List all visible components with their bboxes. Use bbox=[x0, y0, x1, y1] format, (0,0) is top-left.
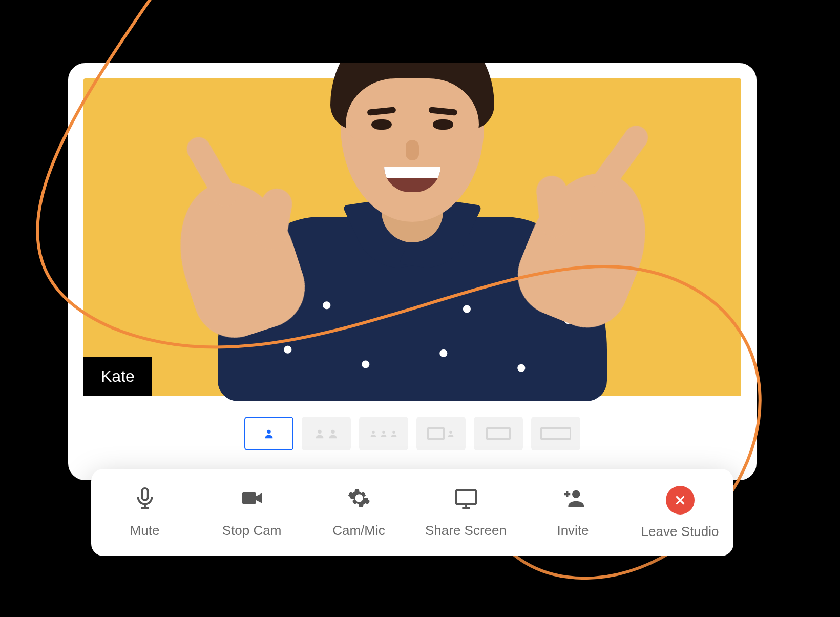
svg-rect-9 bbox=[456, 490, 475, 504]
monitor-icon bbox=[454, 486, 478, 513]
studio-toolbar: Mute Stop Cam Cam/Mic Share Screen bbox=[91, 469, 733, 556]
participant-name-tag: Kate bbox=[83, 357, 152, 396]
invite-label: Invite bbox=[557, 523, 589, 539]
cam-mic-label: Cam/Mic bbox=[332, 523, 385, 539]
stop-cam-button[interactable]: Stop Cam bbox=[198, 469, 305, 556]
screen-icon bbox=[540, 427, 571, 440]
stop-cam-label: Stop Cam bbox=[222, 523, 282, 539]
layout-option-three[interactable] bbox=[359, 417, 408, 450]
person-icon bbox=[390, 429, 398, 438]
share-screen-button[interactable]: Share Screen bbox=[412, 469, 519, 556]
svg-rect-8 bbox=[242, 492, 256, 504]
person-icon bbox=[369, 429, 377, 438]
gear-icon bbox=[347, 486, 371, 513]
svg-point-6 bbox=[449, 431, 452, 434]
screen-icon bbox=[486, 427, 511, 440]
svg-point-3 bbox=[372, 431, 374, 434]
svg-point-2 bbox=[331, 430, 334, 434]
svg-point-1 bbox=[318, 430, 321, 434]
svg-rect-7 bbox=[142, 488, 148, 500]
svg-point-0 bbox=[267, 430, 270, 434]
svg-point-5 bbox=[392, 431, 395, 434]
invite-button[interactable]: Invite bbox=[519, 469, 626, 556]
studio-window: Kate bbox=[67, 61, 758, 482]
participant-avatar bbox=[202, 61, 622, 396]
person-icon bbox=[314, 428, 325, 439]
video-feed: Kate bbox=[83, 78, 741, 396]
layout-option-two[interactable] bbox=[302, 417, 351, 450]
video-camera-icon bbox=[240, 486, 264, 513]
mute-label: Mute bbox=[130, 523, 160, 539]
person-icon bbox=[380, 429, 388, 438]
layout-option-screen-pip[interactable] bbox=[474, 417, 523, 450]
layout-option-solo[interactable] bbox=[244, 417, 293, 450]
close-icon bbox=[666, 486, 695, 515]
add-person-icon bbox=[561, 486, 585, 513]
person-icon bbox=[263, 428, 275, 439]
svg-point-10 bbox=[572, 490, 580, 498]
share-screen-label: Share Screen bbox=[425, 523, 507, 539]
person-icon bbox=[327, 428, 339, 439]
microphone-icon bbox=[133, 486, 157, 513]
mute-button[interactable]: Mute bbox=[91, 469, 198, 556]
leave-label: Leave Studio bbox=[641, 524, 719, 540]
leave-studio-button[interactable]: Leave Studio bbox=[626, 469, 733, 556]
layout-option-screen-only[interactable] bbox=[531, 417, 580, 450]
person-icon bbox=[447, 429, 455, 438]
screen-icon bbox=[427, 427, 445, 440]
svg-point-4 bbox=[382, 431, 385, 434]
layout-picker bbox=[68, 417, 757, 450]
layout-option-screen-person[interactable] bbox=[416, 417, 466, 450]
cam-mic-settings-button[interactable]: Cam/Mic bbox=[305, 469, 412, 556]
